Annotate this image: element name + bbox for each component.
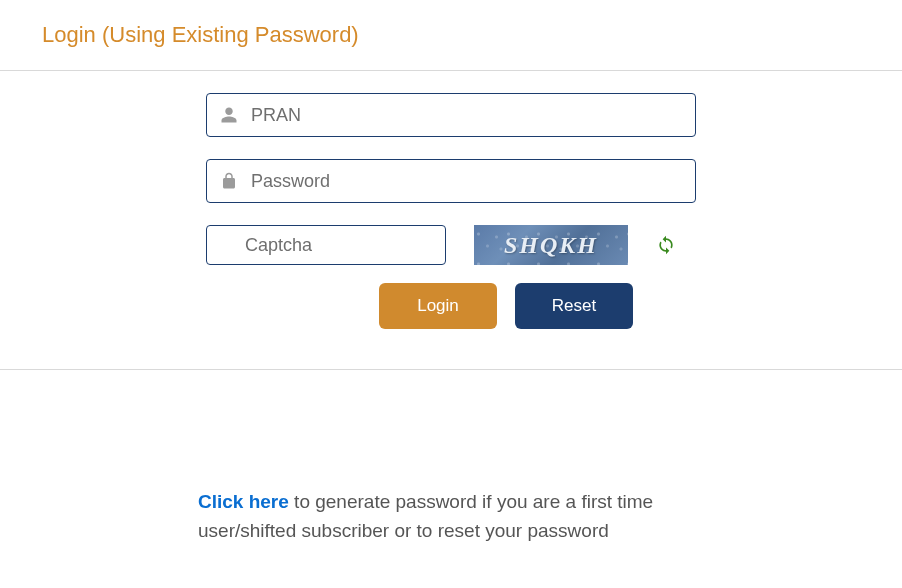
lock-icon bbox=[220, 172, 238, 190]
help-area: Click here to generate password if you a… bbox=[0, 370, 720, 545]
button-row: Login Reset bbox=[206, 283, 696, 329]
login-header: Login (Using Existing Password) bbox=[0, 0, 902, 70]
reset-button[interactable]: Reset bbox=[515, 283, 633, 329]
captcha-text: SHQKH bbox=[504, 232, 598, 259]
user-icon bbox=[220, 106, 238, 124]
pran-input[interactable] bbox=[206, 93, 696, 137]
captcha-row: SHQKH bbox=[206, 225, 696, 265]
refresh-captcha-icon[interactable] bbox=[656, 235, 676, 255]
captcha-input[interactable] bbox=[206, 225, 446, 265]
page-title: Login (Using Existing Password) bbox=[42, 22, 902, 48]
captcha-image: SHQKH bbox=[474, 225, 628, 265]
login-button[interactable]: Login bbox=[379, 283, 497, 329]
password-row bbox=[206, 159, 696, 203]
generate-password-link[interactable]: Click here bbox=[198, 491, 289, 512]
login-form: SHQKH Login Reset bbox=[0, 71, 902, 369]
pran-row bbox=[206, 93, 696, 137]
help-text: Click here to generate password if you a… bbox=[198, 488, 720, 545]
password-input[interactable] bbox=[206, 159, 696, 203]
